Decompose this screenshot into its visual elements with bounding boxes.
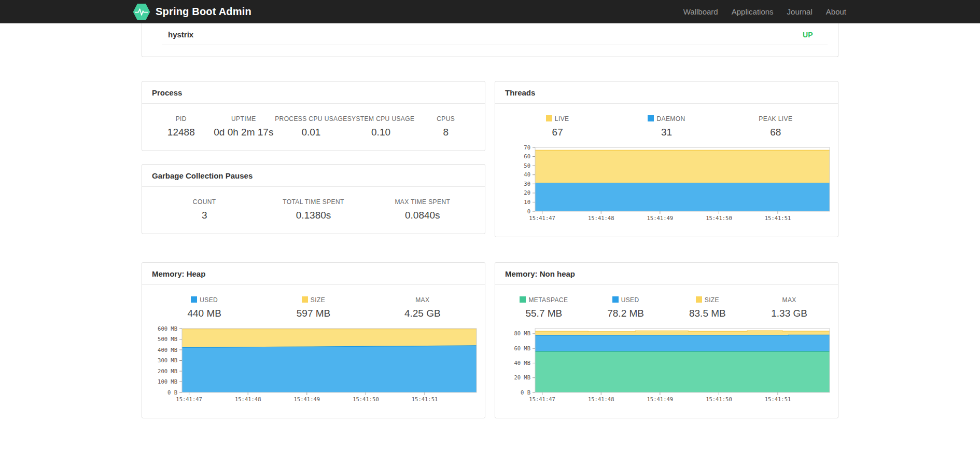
- legend-swatch-live-icon: [546, 115, 552, 121]
- memory-nonheap-panel-title: Memory: Non heap: [495, 263, 838, 285]
- process-panel: Process PID12488UPTIME0d 0h 2m 17sPROCES…: [142, 81, 485, 151]
- nav-item-wallboard: Wallboard: [677, 7, 725, 16]
- application-status-badge: UP: [803, 31, 813, 39]
- stat-count: COUNT3: [150, 198, 259, 221]
- process-stats: PID12488UPTIME0d 0h 2m 17sPROCESS CPU US…: [150, 115, 477, 138]
- threads-chart[interactable]: 01020304050607015:41:4715:41:4815:41:491…: [503, 145, 831, 224]
- gc-stats: COUNT3TOTAL TIME SPENT0.1380sMAX TIME SP…: [150, 198, 477, 221]
- svg-text:60: 60: [524, 153, 530, 159]
- stat-label: UPTIME: [213, 115, 275, 122]
- nav-item-about: About: [819, 7, 847, 16]
- stat-value: 597 MB: [259, 308, 368, 319]
- stat-value: 3: [150, 210, 259, 221]
- stat-label: MAX: [368, 296, 477, 304]
- application-details-panel: hystrix UP: [142, 23, 838, 57]
- navbar: Spring Boot Admin WallboardApplicationsJ…: [0, 0, 980, 23]
- legend-swatch-daemon-icon: [648, 115, 654, 121]
- stat-value: 0.01: [275, 127, 347, 138]
- application-row[interactable]: hystrix UP: [142, 23, 838, 45]
- stat-pid: PID12488: [150, 115, 213, 138]
- svg-text:15:41:47: 15:41:47: [529, 396, 555, 402]
- svg-text:15:41:49: 15:41:49: [647, 396, 674, 402]
- stat-cpus: CPUS8: [414, 115, 477, 138]
- stat-process-cpu-usage: PROCESS CPU USAGE0.01: [275, 115, 347, 138]
- svg-text:80 MB: 80 MB: [514, 330, 530, 336]
- svg-text:200 MB: 200 MB: [158, 368, 177, 374]
- navbar-menu: WallboardApplicationsJournalAbout: [677, 7, 847, 16]
- stat-label: CPUS: [414, 115, 477, 122]
- memory-nonheap-stats: METASPACE55.7 MBUSED78.2 MBSIZE83.5 MBMA…: [503, 296, 830, 319]
- stat-value: 68: [721, 127, 830, 138]
- stat-label: METASPACE: [503, 296, 585, 304]
- stat-value: 12488: [150, 127, 213, 138]
- svg-text:20 MB: 20 MB: [514, 374, 530, 380]
- svg-text:15:41:48: 15:41:48: [588, 215, 614, 221]
- memory-heap-panel-title: Memory: Heap: [142, 263, 485, 285]
- stat-label: MAX TIME SPENT: [368, 198, 477, 206]
- nav-item-applications: Applications: [725, 7, 780, 16]
- memory-nonheap-chart[interactable]: 0 B20 MB40 MB60 MB80 MB15:41:4715:41:481…: [503, 326, 831, 405]
- stat-value: 0.10: [347, 127, 415, 138]
- svg-text:500 MB: 500 MB: [158, 336, 177, 342]
- stat-value: 67: [503, 127, 612, 138]
- legend-swatch-metaspace-icon: [520, 296, 526, 303]
- gc-pauses-panel: Garbage Collection Pauses COUNT3TOTAL TI…: [142, 164, 485, 234]
- nav-link-about[interactable]: About: [819, 7, 847, 16]
- svg-text:40: 40: [524, 171, 530, 178]
- svg-text:15:41:51: 15:41:51: [765, 396, 791, 402]
- legend-swatch-size-icon: [696, 296, 702, 303]
- stat-metaspace: METASPACE55.7 MB: [503, 296, 585, 319]
- stat-max: MAX1.33 GB: [748, 296, 830, 319]
- stat-label: USED: [585, 296, 667, 304]
- svg-text:15:41:50: 15:41:50: [706, 396, 732, 402]
- spring-boot-admin-logo-icon: [133, 3, 150, 21]
- stat-peak-live: PEAK LIVE68: [721, 115, 830, 138]
- stat-label: USED: [150, 296, 259, 304]
- stat-size: SIZE597 MB: [259, 296, 368, 319]
- gc-pauses-panel-title: Garbage Collection Pauses: [142, 165, 485, 187]
- stat-label: PID: [150, 115, 213, 122]
- stat-value: 0.0840s: [368, 210, 477, 221]
- brand-link[interactable]: Spring Boot Admin: [133, 3, 251, 21]
- svg-text:0 B: 0 B: [167, 389, 177, 396]
- memory-heap-chart[interactable]: 0 B100 MB200 MB300 MB400 MB500 MB600 MB1…: [150, 326, 478, 405]
- stat-max-time-spent: MAX TIME SPENT0.0840s: [368, 198, 477, 221]
- svg-text:15:41:48: 15:41:48: [588, 396, 614, 402]
- stat-label: MAX: [748, 296, 830, 304]
- svg-text:50: 50: [524, 162, 530, 169]
- stat-value: 83.5 MB: [667, 308, 749, 319]
- stat-label: SYSTEM CPU USAGE: [347, 115, 415, 122]
- svg-text:60 MB: 60 MB: [514, 345, 530, 351]
- memory-heap-stats: USED440 MBSIZE597 MBMAX4.25 GB: [150, 296, 477, 319]
- svg-text:15:41:51: 15:41:51: [412, 396, 438, 402]
- nav-link-wallboard[interactable]: Wallboard: [677, 7, 725, 16]
- svg-text:300 MB: 300 MB: [158, 357, 177, 363]
- legend-swatch-size-icon: [302, 296, 308, 303]
- stat-system-cpu-usage: SYSTEM CPU USAGE0.10: [347, 115, 415, 138]
- main-content: hystrix UP Process PID12488UPTIME0d 0h 2…: [142, 23, 838, 418]
- stat-label: PROCESS CPU USAGE: [275, 115, 347, 122]
- stat-value: 1.33 GB: [748, 308, 830, 319]
- stat-value: 31: [612, 127, 721, 138]
- svg-text:15:41:51: 15:41:51: [765, 215, 791, 221]
- stat-total-time-spent: TOTAL TIME SPENT0.1380s: [259, 198, 368, 221]
- nav-item-journal: Journal: [780, 7, 819, 16]
- svg-text:15:41:48: 15:41:48: [235, 396, 261, 402]
- stat-label: TOTAL TIME SPENT: [259, 198, 368, 206]
- stat-label: PEAK LIVE: [721, 115, 830, 122]
- process-panel-title: Process: [142, 81, 485, 104]
- nav-link-journal[interactable]: Journal: [780, 7, 819, 16]
- brand-title: Spring Boot Admin: [156, 6, 251, 18]
- threads-panel-title: Threads: [495, 81, 838, 104]
- stat-label: DAEMON: [612, 115, 721, 122]
- stat-label: SIZE: [259, 296, 368, 304]
- stat-value: 4.25 GB: [368, 308, 477, 319]
- stat-value: 8: [414, 127, 477, 138]
- nav-link-applications[interactable]: Applications: [725, 7, 780, 16]
- legend-swatch-used-icon: [191, 296, 197, 303]
- application-name-link[interactable]: hystrix: [168, 30, 193, 39]
- stat-value: 440 MB: [150, 308, 259, 319]
- svg-text:0 B: 0 B: [521, 389, 530, 396]
- stat-label: SIZE: [667, 296, 749, 304]
- svg-text:100 MB: 100 MB: [158, 378, 177, 385]
